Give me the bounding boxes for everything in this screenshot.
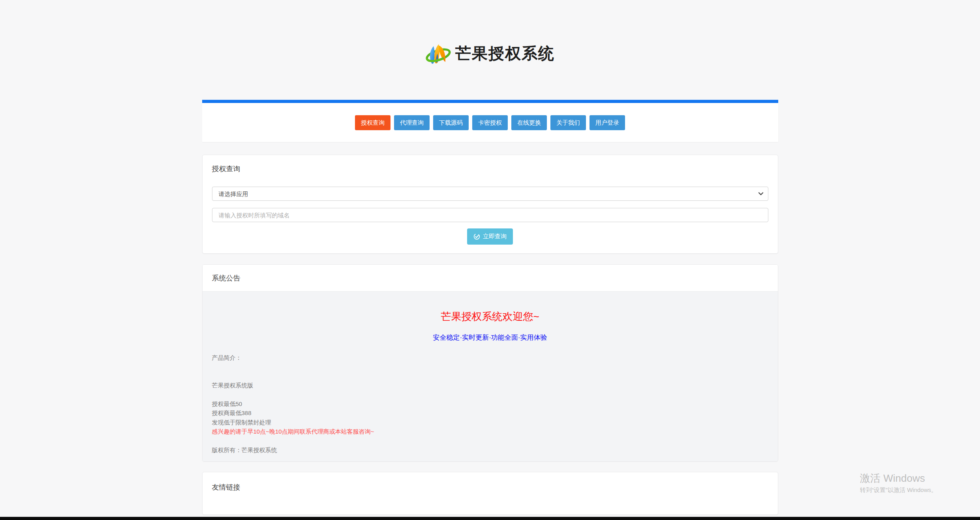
watermark-line2: 转到“设置”以激活 Windows。: [860, 486, 937, 494]
main-nav: 授权查询 代理查询 下载源码 卡密授权 在线更换 关于我们 用户登录: [202, 103, 778, 142]
query-now-button[interactable]: 立即查询: [467, 228, 513, 245]
app-select[interactable]: 请选择应用: [212, 187, 768, 201]
brand-header: 芒果授权系统: [202, 39, 778, 67]
notice-line: 感兴趣的请于早10点~晚10点期间联系代理商或本站客服咨询~: [212, 427, 768, 436]
notice-line: [212, 390, 768, 399]
watermark-line1: 激活 Windows: [860, 472, 937, 484]
nav-agent-query[interactable]: 代理查询: [394, 115, 430, 130]
nav-online-change[interactable]: 在线更换: [511, 115, 547, 130]
auth-query-panel-title: 授权查询: [212, 164, 768, 174]
system-notice-panel: 系统公告 芒果授权系统欢迎您~ 安全稳定·实时更新·功能全面·实用体验 产品简介…: [202, 264, 778, 462]
nav-about-us[interactable]: 关于我们: [550, 115, 586, 130]
friendly-links-title: 友情链接: [212, 483, 768, 492]
notice-line: 授权最低50: [212, 399, 768, 408]
friendly-links-panel: 友情链接: [202, 472, 778, 515]
notice-line: [212, 436, 768, 445]
nav-card-auth[interactable]: 卡密授权: [472, 115, 508, 130]
notice-subheadline: 安全稳定·实时更新·功能全面·实用体验: [212, 333, 768, 342]
nav-user-login[interactable]: 用户登录: [590, 115, 625, 130]
bottom-screen-strip: [0, 517, 980, 520]
windows-activation-watermark: 激活 Windows 转到“设置”以激活 Windows。: [860, 472, 937, 494]
mango-logo-icon[interactable]: [425, 40, 451, 66]
accent-divider: [202, 100, 778, 103]
notice-line: 版权所有：芒果授权系统: [212, 445, 768, 455]
nav-download-source[interactable]: 下载源码: [433, 115, 469, 130]
notice-line: 授权商最低388: [212, 408, 768, 417]
site-title: 芒果授权系统: [455, 45, 555, 61]
system-notice-title: 系统公告: [212, 273, 768, 283]
system-notice-header: 系统公告: [203, 265, 778, 291]
query-now-label: 立即查询: [483, 233, 507, 240]
notice-headline: 芒果授权系统欢迎您~: [212, 311, 768, 322]
app-select-wrap: 请选择应用: [212, 187, 768, 201]
domain-input[interactable]: [212, 208, 768, 222]
submit-row: 立即查询: [212, 228, 768, 245]
notice-line: 芒果授权系统版: [212, 381, 768, 390]
notice-line: 产品简介：: [212, 353, 768, 362]
page-container: 芒果授权系统 授权查询 代理查询 下载源码 卡密授权 在线更换 关于我们 用户登…: [202, 39, 778, 515]
system-notice-body: 芒果授权系统欢迎您~ 安全稳定·实时更新·功能全面·实用体验 产品简介： 芒果授…: [203, 291, 778, 461]
check-circle-icon: [473, 233, 480, 240]
auth-query-panel: 授权查询 请选择应用 立即查询: [202, 155, 778, 254]
notice-line: [212, 362, 768, 371]
notice-line: [212, 372, 768, 381]
nav-auth-query[interactable]: 授权查询: [355, 115, 390, 130]
notice-line: 发现低于限制禁封处理: [212, 418, 768, 427]
